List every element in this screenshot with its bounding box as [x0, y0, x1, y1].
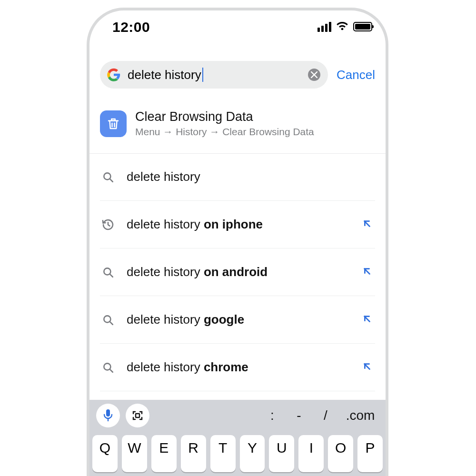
key-u[interactable]: U: [269, 435, 294, 472]
key-dotcom[interactable]: .com: [339, 408, 382, 423]
suggestion-text: delete history: [127, 169, 375, 184]
svg-rect-4: [106, 409, 110, 416]
google-g-icon: [107, 68, 121, 82]
suggestion-row[interactable]: delete history: [100, 153, 375, 201]
phone-frame: 12:00 delete history Can: [87, 8, 388, 476]
keyboard-toolbar: : - / .com: [89, 400, 386, 431]
cancel-button[interactable]: Cancel: [337, 68, 375, 82]
key-y[interactable]: Y: [240, 435, 265, 472]
suggestion-text: delete history chrome: [127, 360, 351, 375]
key-t[interactable]: T: [210, 435, 236, 472]
key-e[interactable]: E: [151, 435, 177, 472]
wifi-icon: [336, 21, 348, 32]
key-dash[interactable]: -: [286, 408, 312, 423]
search-icon: [100, 361, 116, 374]
keyboard: : - / .com QWERTYUIOP: [89, 400, 386, 476]
cellular-icon: [317, 21, 331, 32]
action-suggestion-path: Menu → History → Clear Browsing Data: [135, 126, 314, 138]
omnibox-text: delete history: [128, 68, 308, 82]
clock: 12:00: [112, 19, 150, 35]
action-suggestion-title: Clear Browsing Data: [135, 109, 314, 124]
search-icon: [100, 171, 116, 183]
suggestion-list: delete historydelete history on iphonede…: [100, 153, 375, 391]
insert-arrow-icon[interactable]: [362, 218, 375, 231]
suggestion-row[interactable]: delete history google: [100, 296, 375, 344]
voice-input-button[interactable]: [96, 404, 120, 427]
suggestion-text: delete history google: [127, 312, 351, 327]
svg-point-3: [104, 363, 110, 370]
action-suggestion[interactable]: Clear Browsing Data Menu → History → Cle…: [100, 109, 375, 147]
history-icon: [100, 218, 116, 231]
battery-icon: [353, 22, 372, 31]
key-q[interactable]: Q: [92, 435, 118, 472]
keyboard-row: QWERTYUIOP: [92, 435, 383, 472]
search-icon: [100, 314, 116, 326]
trash-icon: [100, 110, 127, 137]
clear-input-button[interactable]: [308, 69, 320, 81]
suggestion-row[interactable]: delete history chrome: [100, 344, 375, 391]
text-caret: [202, 68, 203, 82]
key-slash[interactable]: /: [312, 408, 339, 423]
suggestion-text: delete history on iphone: [127, 217, 351, 232]
key-p[interactable]: P: [357, 435, 383, 472]
key-r[interactable]: R: [181, 435, 206, 472]
insert-arrow-icon[interactable]: [362, 314, 375, 326]
suggestion-row[interactable]: delete history on android: [100, 248, 375, 296]
suggestion-text: delete history on android: [127, 265, 351, 279]
key-i[interactable]: I: [298, 435, 324, 472]
omnibox-row: delete history Cancel: [100, 61, 375, 89]
insert-arrow-icon[interactable]: [362, 361, 375, 374]
svg-point-1: [104, 268, 110, 275]
action-suggestion-text: Clear Browsing Data Menu → History → Cle…: [135, 109, 314, 138]
status-bar: 12:00: [89, 19, 386, 38]
search-icon: [100, 266, 116, 278]
key-w[interactable]: W: [122, 435, 147, 472]
insert-arrow-icon[interactable]: [362, 266, 375, 278]
suggestion-row[interactable]: delete history on iphone: [100, 201, 375, 248]
key-o[interactable]: O: [328, 435, 353, 472]
qr-scan-button[interactable]: [126, 404, 149, 427]
svg-rect-5: [136, 414, 139, 417]
svg-point-2: [104, 316, 110, 322]
status-indicators: [317, 21, 372, 32]
omnibox[interactable]: delete history: [100, 61, 328, 89]
key-colon[interactable]: :: [259, 408, 286, 423]
svg-point-0: [104, 173, 110, 179]
